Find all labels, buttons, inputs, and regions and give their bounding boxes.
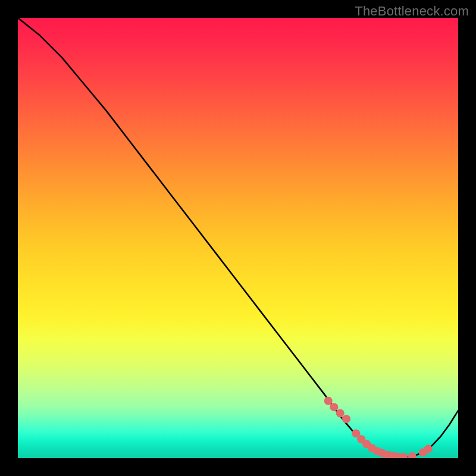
bottleneck-curve: [18, 18, 458, 458]
chart-frame: TheBottleneck.com: [0, 0, 476, 476]
marker-group: [324, 397, 433, 458]
marker-dot: [342, 415, 350, 423]
chart-svg: [18, 18, 458, 458]
marker-dot: [324, 397, 333, 405]
marker-dot: [424, 444, 433, 453]
plot-area: [18, 18, 458, 458]
marker-dot: [330, 403, 338, 411]
marker-dot: [408, 452, 416, 458]
marker-dot: [336, 409, 345, 418]
watermark-text: TheBottleneck.com: [355, 4, 469, 19]
